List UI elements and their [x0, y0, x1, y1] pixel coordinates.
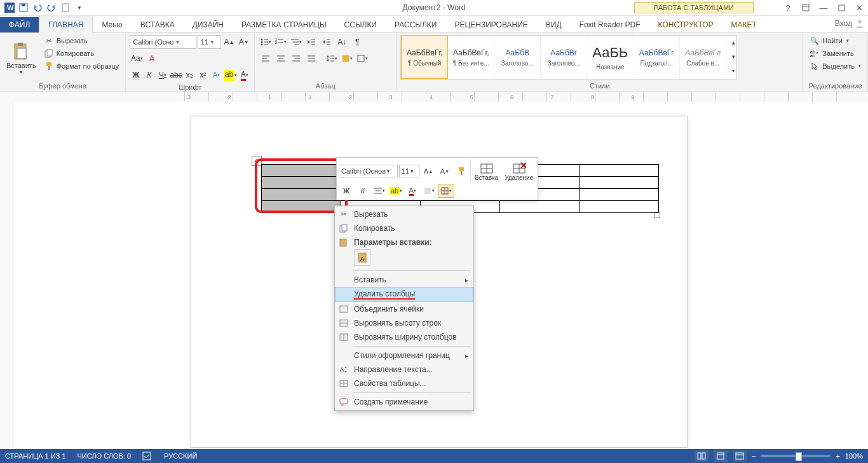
style-no-spacing[interactable]: АаБбВвГг,¶ Без инте... — [448, 36, 494, 79]
tab-file[interactable]: ФАЙЛ — [0, 17, 39, 32]
decrease-indent-icon[interactable] — [304, 35, 318, 49]
mini-italic-button[interactable]: К — [355, 184, 370, 197]
tab-view[interactable]: ВИД — [537, 17, 571, 32]
style-title[interactable]: АаБЬНазвание — [587, 36, 634, 79]
superscript-button[interactable]: x² — [197, 68, 209, 82]
view-web-icon[interactable] — [733, 450, 747, 462]
increase-indent-icon[interactable] — [320, 35, 334, 49]
status-words[interactable]: ЧИСЛО СЛОВ: 0 — [78, 452, 132, 460]
zoom-out-button[interactable]: − — [752, 452, 756, 460]
shading-icon[interactable]: ▾ — [340, 52, 354, 66]
minimize-icon[interactable]: — — [818, 2, 829, 13]
mini-insert-button[interactable]: Вставка — [472, 160, 501, 183]
ctx-border-styles[interactable]: Стили оформления границ▸ — [335, 349, 473, 363]
font-size-combo[interactable]: 11▼ — [198, 35, 221, 49]
sort-icon[interactable]: A↓ — [335, 35, 349, 49]
save-icon[interactable] — [17, 1, 30, 14]
style-heading1[interactable]: АаБбВЗаголово... — [494, 36, 541, 79]
ctx-new-comment[interactable]: Создать примечание — [335, 395, 473, 409]
table-cell[interactable] — [500, 201, 580, 213]
tab-review[interactable]: РЕЦЕНЗИРОВАНИЕ — [445, 17, 536, 32]
find-button[interactable]: 🔍Найти▾ — [807, 35, 864, 46]
table-move-handle[interactable]: ✥ — [252, 156, 262, 166]
multilevel-icon[interactable]: ▾ — [289, 35, 303, 49]
ctx-cut[interactable]: ✂Вырезать — [335, 207, 473, 221]
ribbon-display-icon[interactable] — [800, 2, 811, 13]
view-read-icon[interactable] — [695, 450, 709, 462]
table-cell[interactable] — [262, 201, 341, 213]
format-painter-button[interactable]: Формат по образцу — [41, 60, 122, 72]
style-subtle-emphasis[interactable]: АаБбВвГгСлабое в... — [680, 36, 726, 79]
word-icon[interactable]: W — [3, 1, 16, 14]
mini-shading-icon[interactable]: ▾ — [421, 184, 437, 197]
ctx-insert[interactable]: Вставить▸ — [335, 273, 473, 287]
undo-icon[interactable] — [31, 1, 44, 14]
close-icon[interactable]: ✕ — [853, 2, 865, 13]
help-icon[interactable]: ? — [782, 2, 794, 13]
change-case-icon[interactable]: Aa▾ — [130, 52, 144, 66]
line-spacing-icon[interactable]: ▾ — [325, 52, 339, 66]
subscript-button[interactable]: x₂ — [184, 68, 196, 82]
tab-design[interactable]: ДИЗАЙН — [184, 17, 233, 32]
strikethrough-button[interactable]: abc — [170, 68, 182, 82]
text-effects-icon[interactable]: A▾ — [210, 68, 222, 82]
borders-icon[interactable]: ▾ — [355, 52, 369, 66]
tab-menu[interactable]: Меню — [93, 17, 131, 32]
mini-grow-font-icon[interactable]: A▲ — [421, 165, 436, 177]
mini-size-combo[interactable]: 11 ▼ — [399, 165, 419, 177]
tab-table-design[interactable]: КОНСТРУКТОР — [649, 17, 722, 32]
numbering-icon[interactable]: 12▾ — [274, 35, 288, 49]
mini-shrink-font-icon[interactable]: A▼ — [437, 165, 452, 177]
ctx-merge-cells[interactable]: Объединить ячейки — [335, 302, 473, 316]
replace-button[interactable]: abacЗаменить — [807, 48, 864, 59]
redo-icon[interactable] — [45, 1, 58, 14]
styles-scroll-up-icon[interactable]: ▲ — [726, 36, 740, 50]
cut-button[interactable]: ✂Вырезать — [41, 35, 122, 46]
ctx-distribute-rows[interactable]: Выровнять высоту строк — [335, 316, 473, 330]
tab-foxit[interactable]: Foxit Reader PDF — [571, 17, 649, 32]
grow-font-icon[interactable]: A▲ — [222, 35, 236, 49]
ctx-copy[interactable]: Копировать — [335, 221, 473, 235]
maximize-icon[interactable] — [836, 2, 847, 13]
tab-page-layout[interactable]: РАЗМЕТКА СТРАНИЦЫ — [233, 17, 336, 32]
sign-in[interactable]: Вход — [835, 18, 865, 29]
justify-icon[interactable] — [304, 52, 318, 66]
mini-format-painter-icon[interactable] — [454, 165, 469, 177]
mini-borders-icon[interactable]: ▾ — [438, 184, 454, 198]
ruler-vertical[interactable] — [0, 102, 13, 449]
mini-delete-button[interactable]: Удаление — [502, 160, 536, 183]
tab-mailings[interactable]: РАССЫЛКИ — [386, 17, 445, 32]
table-resize-handle[interactable] — [654, 212, 660, 218]
table-cell[interactable] — [262, 177, 341, 189]
new-doc-icon[interactable] — [59, 1, 72, 14]
ctx-distribute-cols[interactable]: Выровнять ширину столбцов — [335, 330, 473, 344]
table-cell[interactable] — [580, 201, 659, 213]
mini-font-color-icon[interactable]: A▾ — [405, 184, 420, 197]
align-left-icon[interactable] — [259, 52, 273, 66]
status-proofing-icon[interactable] — [142, 452, 153, 460]
paste-button[interactable]: Вставить▾ — [4, 35, 39, 81]
zoom-slider[interactable] — [761, 455, 831, 457]
copy-button[interactable]: Копировать — [41, 48, 122, 59]
font-family-combo[interactable]: Calibri (Осно▼ — [130, 35, 196, 49]
mini-font-combo[interactable]: Calibri (Основ ▼ — [339, 165, 398, 177]
zoom-level[interactable]: 100% — [845, 452, 863, 460]
ctx-table-properties[interactable]: Свойства таблицы... — [335, 377, 473, 390]
ctx-text-direction[interactable]: AНаправление текста... — [335, 363, 473, 377]
mini-bold-button[interactable]: Ж — [339, 184, 354, 197]
status-language[interactable]: РУССКИЙ — [164, 452, 197, 460]
highlight-icon[interactable]: ab▾ — [224, 68, 237, 82]
table-cell[interactable] — [262, 189, 341, 201]
mini-align-icon[interactable]: ▾ — [372, 184, 387, 197]
tab-references[interactable]: ССЫЛКИ — [336, 17, 386, 32]
tab-insert[interactable]: ВСТАВКА — [132, 17, 184, 32]
tab-table-layout[interactable]: МАКЕТ — [722, 17, 766, 32]
styles-gallery[interactable]: АаБбВвГг,¶ Обычный АаБбВвГг,¶ Без инте..… — [400, 35, 737, 79]
align-center-icon[interactable] — [274, 52, 288, 66]
select-button[interactable]: Выделить▾ — [807, 60, 864, 72]
style-subtitle[interactable]: АаБбВвГгПодзагол... — [634, 36, 680, 79]
table-cell[interactable] — [262, 165, 341, 177]
zoom-thumb[interactable] — [796, 452, 802, 461]
page[interactable]: ✥ Calibri (Основ ▼ 11 ▼ A▲ A▼ Вставка Уд… — [191, 116, 688, 448]
italic-button[interactable]: К — [143, 68, 155, 82]
